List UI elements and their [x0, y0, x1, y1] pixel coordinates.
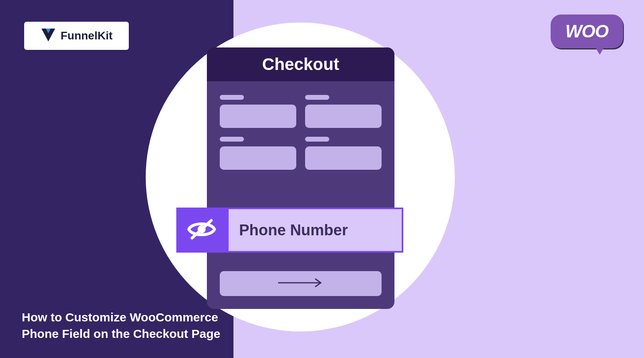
funnelkit-logo-icon: [40, 27, 56, 44]
field-label-placeholder: [305, 95, 329, 100]
field-label-placeholder: [220, 95, 244, 100]
input-placeholder: [220, 146, 296, 170]
submit-button-placeholder: [220, 271, 382, 296]
eye-off-icon: [186, 218, 217, 242]
checkout-form-card: Checkout: [207, 47, 394, 309]
arrow-right-icon: [277, 278, 325, 289]
field-group: [305, 95, 382, 128]
woocommerce-logo: WOO: [551, 14, 623, 63]
funnelkit-logo-badge: FunnelKit: [24, 22, 129, 50]
woo-bubble: WOO: [551, 14, 623, 48]
phone-field-label: Phone Number: [239, 222, 348, 239]
input-placeholder: [305, 146, 382, 170]
hero-caption: How to Customize WooCommerce Phone Field…: [22, 309, 220, 342]
phone-field-highlight: Phone Number: [176, 208, 403, 253]
input-placeholder: [220, 105, 296, 128]
field-group: [220, 95, 296, 128]
input-placeholder: [305, 105, 382, 128]
checkout-fields-grid: [207, 81, 394, 175]
funnelkit-logo-text: FunnelKit: [60, 29, 112, 42]
phone-field-box: Phone Number: [227, 208, 403, 253]
hero-graphic: FunnelKit WOO Checkout: [0, 0, 644, 358]
field-label-placeholder: [220, 137, 244, 142]
woo-text: WOO: [566, 21, 609, 41]
woo-tail-icon: [595, 47, 605, 55]
field-group: [220, 137, 296, 170]
checkout-title: Checkout: [262, 55, 339, 74]
caption-line-2: Phone Field on the Checkout Page: [22, 326, 220, 342]
field-label-placeholder: [305, 137, 329, 142]
checkout-form-header: Checkout: [207, 47, 394, 81]
hide-toggle: [176, 208, 227, 253]
field-group: [305, 137, 382, 170]
caption-line-1: How to Customize WooCommerce: [22, 309, 220, 326]
